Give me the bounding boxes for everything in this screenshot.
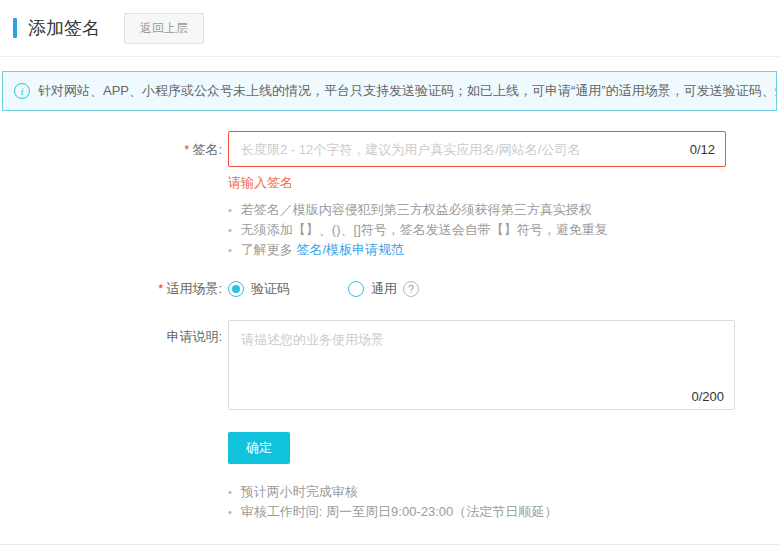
footnotes: 预计两小时完成审核 审核工作时间: 周一至周日9:00-23:00（法定节日顺延… bbox=[228, 482, 779, 522]
radio-general[interactable]: 通用 ? bbox=[348, 280, 419, 298]
note-item: 无须添加【】、()、[]符号，签名发送会自带【】符号，避免重复 bbox=[228, 220, 779, 240]
note-item: 若签名／模版内容侵犯到第三方权益必须获得第三方真实授权 bbox=[228, 200, 779, 220]
description-field: 0/200 bbox=[228, 320, 735, 410]
radio-selected-icon[interactable] bbox=[228, 281, 244, 297]
confirm-button[interactable]: 确定 bbox=[228, 432, 290, 464]
scene-row: *适用场景: 验证码 通用 ? bbox=[0, 280, 779, 298]
signature-row: *签名: 0/12 bbox=[0, 131, 779, 167]
footnote-item: 预计两小时完成审核 bbox=[228, 482, 779, 502]
description-label: 申请说明: bbox=[0, 320, 222, 410]
signature-error-text: 请输入签名 bbox=[228, 174, 779, 192]
signature-input[interactable] bbox=[239, 141, 682, 158]
signature-spec-link[interactable]: 签名/模板申请规范 bbox=[296, 242, 404, 257]
radio-verification-code-label: 验证码 bbox=[251, 280, 290, 298]
required-mark: * bbox=[158, 281, 163, 296]
radio-general-label: 通用 bbox=[371, 280, 397, 298]
description-textarea-wrap: 0/200 bbox=[228, 320, 735, 410]
signature-field: 0/12 bbox=[228, 131, 726, 167]
signature-char-counter: 0/12 bbox=[690, 142, 715, 157]
description-char-counter: 0/200 bbox=[691, 389, 724, 404]
description-textarea[interactable] bbox=[239, 329, 724, 387]
help-question-icon[interactable]: ? bbox=[403, 281, 419, 297]
scene-label: *适用场景: bbox=[0, 280, 222, 298]
back-button[interactable]: 返回上层 bbox=[124, 13, 204, 44]
title-accent-bar bbox=[13, 18, 17, 38]
note-item-more: 了解更多 签名/模板申请规范 bbox=[228, 240, 779, 260]
info-banner-text: 针对网站、APP、小程序或公众号未上线的情况，平台只支持发送验证码；如已上线，可… bbox=[38, 83, 777, 98]
scene-radio-group: 验证码 通用 ? bbox=[228, 280, 419, 298]
info-banner: i 针对网站、APP、小程序或公众号未上线的情况，平台只支持发送验证码；如已上线… bbox=[2, 71, 777, 111]
radio-verification-code[interactable]: 验证码 bbox=[228, 280, 290, 298]
info-icon: i bbox=[14, 83, 30, 99]
page-header: 添加签名 返回上层 bbox=[0, 0, 779, 57]
signature-input-wrap: 0/12 bbox=[228, 131, 726, 167]
footnote-item: 审核工作时间: 周一至周日9:00-23:00（法定节日顺延） bbox=[228, 502, 779, 522]
signature-notes: 若签名／模版内容侵犯到第三方权益必须获得第三方真实授权 无须添加【】、()、[]… bbox=[228, 200, 779, 260]
scene-label-text: 适用场景: bbox=[166, 281, 222, 296]
radio-unselected-icon[interactable] bbox=[348, 281, 364, 297]
signature-label-text: 签名: bbox=[192, 142, 222, 157]
add-signature-page: 添加签名 返回上层 i 针对网站、APP、小程序或公众号未上线的情况，平台只支持… bbox=[0, 0, 779, 545]
description-row: 申请说明: 0/200 bbox=[0, 320, 779, 410]
signature-form: *签名: 0/12 请输入签名 若签名／模版内容侵犯到第三方权益必须获得第三方真… bbox=[0, 131, 779, 522]
page-title: 添加签名 bbox=[28, 16, 100, 40]
required-mark: * bbox=[184, 142, 189, 157]
signature-label: *签名: bbox=[0, 131, 222, 167]
more-label: 了解更多 bbox=[241, 242, 297, 257]
